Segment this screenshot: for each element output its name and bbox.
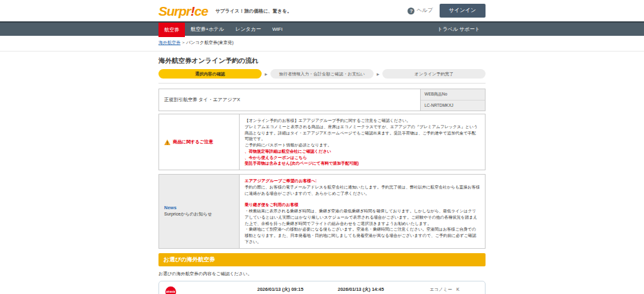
- question-icon: ?: [408, 8, 414, 14]
- product-notice-body: 【オンライン予約のお客様】エアアジアグループ予約に関するご注意をご確認ください。…: [240, 114, 485, 170]
- notice-line: ご予約時にパスポート情報が必須となります。: [245, 142, 480, 148]
- arrival-datetime: 2026/01/13 (火) 14:45: [338, 286, 426, 294]
- logo-text: Surpr: [158, 4, 191, 18]
- web-product-no-label: WEB商品No: [421, 89, 485, 100]
- header-actions: ? ヘルプ サインイン: [408, 4, 486, 18]
- coupon-link[interactable]: 、今から使えるクーポンはこちら: [245, 155, 480, 161]
- breadcrumb-separator: ＞: [181, 40, 186, 45]
- departure-datetime: 2026/01/13 (火) 09:15: [257, 286, 334, 294]
- site-tagline: サプライス！旅の価格に、驚きを。: [215, 8, 292, 14]
- product-notice-label: 商品に関するご注意: [173, 139, 213, 145]
- step-traveler-info-payment: 旅行者情報入力・合計金額ご確認・お支払い: [270, 69, 374, 79]
- nav-item-travel-support[interactable]: トラベル サポート: [431, 23, 486, 36]
- warning-icon: !: [164, 139, 170, 145]
- news-label: News: [164, 205, 234, 210]
- nav-item-wifi[interactable]: WiFi: [267, 23, 288, 36]
- product-name: 正規割引航空券 タイ・エアアジアX: [159, 89, 421, 111]
- help-label: ヘルプ: [416, 7, 433, 14]
- product-notice-row: ! 商品に関するご注意 【オンライン予約のお客様】エアアジアグループ予約に関する…: [158, 114, 486, 170]
- baggage-rules-link[interactable]: 、荷物規定等詳細は航空会社にご確認ください: [245, 148, 480, 155]
- svg-text:!: !: [167, 140, 168, 144]
- product-table: 正規割引航空券 タイ・エアアジアX WEB商品No LC-NRTDMKXJ: [158, 89, 486, 111]
- site-header: Surpr!ce サプライス！旅の価格に、驚きを。 ? ヘルプ サインイン: [0, 0, 644, 21]
- web-product-no-value: LC-NRTDMKXJ: [421, 100, 485, 111]
- step-booking-complete: オンライン予約完了: [382, 69, 486, 79]
- product-notice-label-cell: ! 商品に関するご注意: [159, 114, 240, 170]
- news-body: エアアジアグループご希望のお客様へ: 予約の際に、お客様の電子メールアドレスを航…: [240, 175, 485, 248]
- progress-steps-wrap: 選択内容の確認 ▶ 旅行者情報入力・合計金額ご確認・お支払い ▶ オンライン予約…: [158, 69, 486, 84]
- breadcrumb-band: 海外航空券＞バンコク航空券(東京発): [0, 36, 644, 52]
- news-heading: 乗り継ぎ便をご利用のお客様: [245, 202, 480, 208]
- news-paragraph: ・乗継地にて別空港への移動が必要になる便もございます。空港名・乗継時間にご注意く…: [245, 226, 480, 244]
- progress-steps: 選択内容の確認 ▶ 旅行者情報入力・合計金額ご確認・お支払い ▶ オンライン予約…: [158, 69, 486, 79]
- news-paragraph: 予約の際に、お客様の電子メールアドレスを航空会社に通知いたします。予約完了後は、…: [245, 184, 480, 197]
- selected-flight-section-header: お選びの海外航空券: [158, 253, 486, 266]
- breadcrumb-current: バンコク航空券(東京発): [186, 40, 233, 45]
- notice-line: プレミアムエコノミーと表示される商品は、座席はエコノミークラスですが、エアアジア…: [245, 124, 480, 142]
- main-nav: 航空券 航空券+ホテル レンタカー WiFi トラベル サポート: [0, 21, 644, 36]
- flight-card: airasia タイ・エアアジアX XJ601 2026/01/13 (火) 0…: [158, 281, 486, 294]
- nav-item-rentacar[interactable]: レンタカー: [230, 23, 267, 36]
- logo-text: ce: [194, 4, 208, 18]
- news-sublabel: Surpriceからのお知らせ: [164, 211, 234, 217]
- checked-baggage-note: 受託手荷物は含みません(次のページにて有料で追加手配可能): [245, 160, 480, 166]
- notice-line: 【オンライン予約のお客様】エアアジアグループ予約に関するご注意をご確認ください。: [245, 117, 480, 124]
- page-title: 海外航空券オンライン予約の流れ: [158, 57, 486, 65]
- selected-flight-instruction: お選びの海外航空券の内容をご確認ください。: [158, 271, 486, 277]
- surprice-logo[interactable]: Surpr!ce: [158, 4, 208, 18]
- main-content: 海外航空券オンライン予約の流れ 選択内容の確認 ▶ 旅行者情報入力・合計金額ご確…: [158, 57, 486, 294]
- news-row: News Surpriceからのお知らせ エアアジアグループご希望のお客様へ: …: [158, 174, 486, 249]
- news-heading: エアアジアグループご希望のお客様へ:: [245, 178, 480, 184]
- step-arrow-icon: ▶: [374, 72, 382, 76]
- step-selection-confirm: 選択内容の確認: [158, 69, 262, 79]
- cabin-class: エコノミー K: [430, 286, 479, 294]
- news-paragraph: ・検索結果に表示される乗継ぎ時間は、乗継ぎ空港の最低乗継ぎ時間を確保しております…: [245, 208, 480, 226]
- nav-item-flights[interactable]: 航空券: [158, 23, 185, 37]
- signin-button[interactable]: サインイン: [440, 4, 486, 18]
- nav-item-flight-hotel[interactable]: 航空券+ホテル: [185, 23, 230, 36]
- help-link[interactable]: ? ヘルプ: [408, 7, 433, 14]
- news-label-cell: News Surpriceからのお知らせ: [159, 175, 240, 248]
- airasia-logo-icon: airasia: [165, 286, 176, 294]
- breadcrumb: 海外航空券＞バンコク航空券(東京発): [158, 36, 486, 51]
- step-arrow-icon: ▶: [262, 72, 270, 76]
- web-product-no: WEB商品No LC-NRTDMKXJ: [421, 89, 485, 111]
- breadcrumb-link-international-flights[interactable]: 海外航空券: [158, 40, 180, 45]
